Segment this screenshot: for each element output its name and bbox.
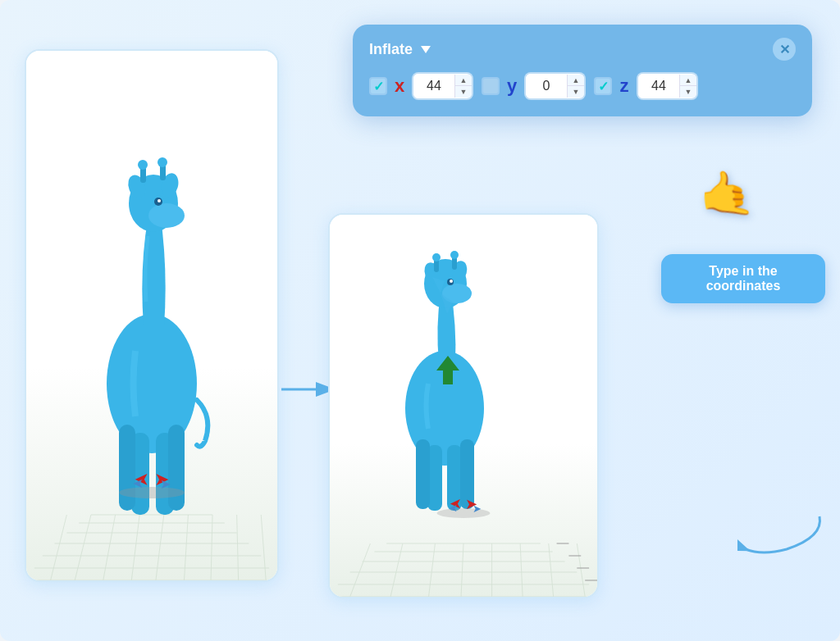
inflate-title-text: Inflate [369,41,413,58]
svg-rect-63 [416,439,430,509]
z-input-group: ▲ ▼ [637,72,698,100]
hand-cursor-icon: 🤙 [696,166,756,222]
z-decrement[interactable]: ▼ [680,86,696,98]
x-input[interactable] [413,74,454,98]
svg-marker-65 [436,356,459,384]
y-coord-item: y ▲ ▼ [482,72,586,100]
svg-line-14 [237,515,239,580]
svg-line-15 [261,515,266,580]
svg-point-22 [138,160,148,170]
inflate-header: Inflate ✕ [369,38,796,61]
tooltip-bubble: Type in the coordinates [661,254,825,303]
tooltip-text: Type in the coordinates [706,264,781,293]
z-label: z [617,75,632,97]
right-giraffe-panel: ➤ ➤ ➤ ➤ [328,213,599,598]
giraffe-left [70,105,234,531]
svg-rect-30 [168,425,185,511]
return-arrow [737,508,828,561]
svg-point-26 [158,199,161,202]
x-input-group: ▲ ▼ [412,72,473,100]
z-input[interactable] [638,74,679,98]
right-giraffe-scene: ➤ ➤ ➤ ➤ [330,215,597,597]
main-container: ➤ ➤ ➤ ➤ [0,0,840,641]
y-increment[interactable]: ▲ [568,75,584,86]
up-arrow-green [436,356,459,388]
svg-point-24 [158,157,167,167]
blue-arrows-left: ➤ ➤ [133,476,171,492]
coordinates-row: x ▲ ▼ y ▲ ▼ [369,72,796,100]
svg-line-45 [577,543,585,597]
blue-arrows-right: ➤ ➤ [449,502,482,515]
z-increment[interactable]: ▲ [680,75,696,86]
y-input-group: ▲ ▼ [524,72,586,100]
y-checkbox[interactable] [482,77,500,95]
svg-rect-29 [119,425,135,511]
svg-line-7 [51,515,67,580]
y-input[interactable] [526,74,567,98]
inflate-title: Inflate [369,41,431,58]
y-label: y [504,75,519,97]
left-giraffe-scene: ➤ ➤ ➤ ➤ [26,51,277,580]
x-coord-item: x ▲ ▼ [369,72,473,100]
close-icon: ✕ [779,42,790,57]
x-checkbox[interactable] [369,77,387,95]
z-checkbox[interactable] [594,77,612,95]
svg-line-38 [350,543,371,597]
svg-point-56 [432,253,441,261]
inflate-panel: Inflate ✕ x ▲ ▼ [353,25,812,116]
left-giraffe-panel: ➤ ➤ ➤ ➤ [25,49,279,582]
x-decrement[interactable]: ▼ [455,86,472,98]
svg-point-58 [450,251,459,259]
z-coord-item: z ▲ ▼ [594,72,698,100]
y-spinners: ▲ ▼ [567,75,584,98]
close-button[interactable]: ✕ [773,38,796,61]
x-label: x [392,75,407,97]
x-spinners: ▲ ▼ [454,75,472,98]
x-increment[interactable]: ▲ [455,75,472,86]
dropdown-icon[interactable] [421,46,431,53]
svg-point-60 [450,280,453,283]
svg-point-18 [148,203,185,228]
y-decrement[interactable]: ▼ [568,86,584,98]
z-spinners: ▲ ▼ [679,75,696,98]
